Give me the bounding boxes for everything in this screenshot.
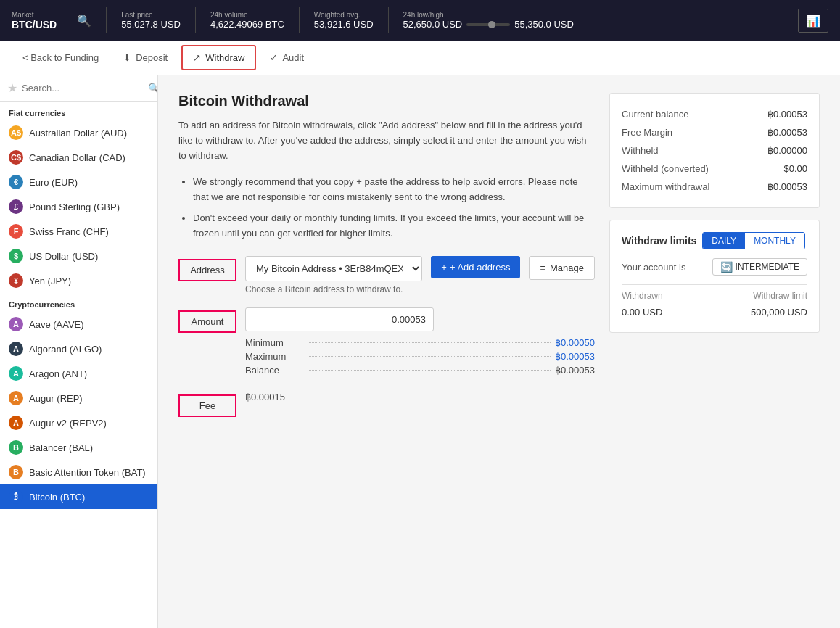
- divider: [195, 7, 196, 33]
- currency-icon: €: [9, 175, 23, 189]
- audit-icon: ✓: [270, 52, 278, 63]
- deposit-icon: ⬇: [123, 52, 131, 63]
- minimum-value: ฿0.00050: [555, 337, 595, 348]
- currency-icon: C$: [9, 150, 23, 165]
- withdraw-limit-value: 500,000 USD: [751, 307, 807, 318]
- crypto-list: AAave (AAVE)AAlgorand (ALGO)AAragon (ANT…: [0, 312, 157, 509]
- sidebar-item-crypto[interactable]: AAugur (REP): [0, 386, 157, 410]
- current-balance-row: Current balance ฿0.00053: [622, 105, 807, 123]
- sidebar-item-fiat[interactable]: €Euro (EUR): [0, 170, 157, 194]
- currency-icon: ¥: [9, 273, 23, 288]
- volume-value: 4,622.49069 BTC: [210, 19, 284, 30]
- volume-label: 24h volume: [210, 11, 284, 19]
- list-icon: ≡: [540, 263, 545, 273]
- balance-card: Current balance ฿0.00053 Free Margin ฿0.…: [609, 93, 820, 208]
- tab-daily[interactable]: DAILY: [703, 233, 745, 249]
- sidebar-item-fiat[interactable]: ¥Yen (JPY): [0, 268, 157, 293]
- description-text: To add an address for Bitcoin withdrawal…: [178, 118, 595, 163]
- page-title: Bitcoin Withdrawal: [178, 93, 595, 110]
- navbar: < Back to Funding ⬇ Deposit ↗ Withdraw ✓…: [0, 41, 840, 75]
- sidebar: ★ 🔍 Fiat currencies A$Australian Dollar …: [0, 75, 158, 628]
- weighted-value: 53,921.6 USD: [314, 19, 374, 30]
- account-level-badge: 🔄 INTERMEDIATE: [712, 258, 807, 276]
- sidebar-item-crypto[interactable]: AAlgorand (ALGO): [0, 336, 157, 361]
- sidebar-item-fiat[interactable]: £Pound Sterling (GBP): [0, 194, 157, 219]
- amount-details: Minimum ฿0.00050 Maximum ฿0.00053 Balanc…: [245, 337, 595, 376]
- max-withdrawal-value: ฿0.00053: [767, 181, 807, 192]
- weighted-label: Weighted avg.: [314, 11, 374, 19]
- currency-icon: A: [9, 391, 23, 405]
- level-name: INTERMEDIATE: [736, 262, 799, 272]
- topbar: Market BTC/USD 🔍 Last price 55,027.8 USD…: [0, 0, 840, 41]
- sidebar-search-bar[interactable]: ★ 🔍: [0, 75, 157, 102]
- content-area: Bitcoin Withdrawal To add an address for…: [158, 75, 840, 628]
- currency-icon: F: [9, 224, 23, 239]
- search-input[interactable]: [22, 83, 144, 94]
- limits-table-row: 0.00 USD 500,000 USD: [622, 304, 807, 321]
- divider: [106, 7, 107, 33]
- sidebar-item-crypto[interactable]: ₿Bitcoin (BTC): [0, 484, 157, 509]
- back-to-funding-button[interactable]: < Back to Funding: [12, 46, 110, 70]
- free-margin-label: Free Margin: [622, 127, 672, 138]
- limits-table-header: Withdrawn Withdraw limit: [622, 284, 807, 301]
- currency-icon: B: [9, 440, 23, 455]
- limits-card: Withdraw limits DAILY MONTHLY Your accou…: [609, 220, 820, 333]
- fiat-section-label: Fiat currencies: [0, 102, 157, 120]
- balance-row: Balance ฿0.00053: [245, 365, 595, 376]
- chart-button[interactable]: 📊: [798, 9, 828, 33]
- currency-icon: A: [9, 317, 23, 331]
- bullet-item: Don't exceed your daily or monthly fundi…: [193, 211, 595, 241]
- sidebar-item-fiat[interactable]: C$Canadian Dollar (CAD): [0, 145, 157, 170]
- range-track: [466, 23, 510, 26]
- limits-title: Withdraw limits: [622, 235, 696, 247]
- high-value: 55,350.0 USD: [514, 19, 574, 30]
- fee-value: ฿0.00015: [245, 392, 285, 402]
- sidebar-item-crypto[interactable]: AAugur v2 (REPV2): [0, 410, 157, 435]
- amount-input[interactable]: [245, 307, 434, 331]
- search-icon[interactable]: 🔍: [148, 83, 158, 94]
- star-icon[interactable]: ★: [7, 81, 17, 95]
- manage-button[interactable]: ≡ Manage: [529, 256, 595, 280]
- audit-button[interactable]: ✓ Audit: [259, 46, 315, 70]
- amount-control: Minimum ฿0.00050 Maximum ฿0.00053 Balanc…: [245, 307, 595, 379]
- limits-tab-group[interactable]: DAILY MONTHLY: [702, 232, 805, 249]
- maximum-label: Maximum: [245, 351, 303, 362]
- maximum-row: Maximum ฿0.00053: [245, 351, 595, 362]
- withheld-converted-row: Withheld (converted) $0.00: [622, 160, 807, 178]
- fee-control: ฿0.00015: [245, 392, 595, 402]
- sidebar-item-crypto[interactable]: AAave (AAVE): [0, 312, 157, 336]
- tab-monthly[interactable]: MONTHLY: [745, 233, 804, 249]
- current-balance-value: ฿0.00053: [767, 109, 807, 120]
- sidebar-item-crypto[interactable]: BBalancer (BAL): [0, 435, 157, 460]
- balance-value: ฿0.00053: [555, 365, 595, 376]
- level-icon: 🔄: [720, 261, 733, 273]
- minimum-label: Minimum: [245, 337, 303, 348]
- crypto-section-label: Cryptocurrencies: [0, 293, 157, 312]
- withdraw-icon: ↗: [193, 52, 201, 63]
- address-hint: Choose a Bitcoin address to withdraw to.: [245, 284, 595, 294]
- right-panel: Current balance ฿0.00053 Free Margin ฿0.…: [609, 93, 820, 611]
- search-icon[interactable]: 🔍: [77, 14, 91, 28]
- withdraw-button[interactable]: ↗ Withdraw: [181, 45, 256, 70]
- withheld-converted-label: Withheld (converted): [622, 163, 709, 174]
- sidebar-item-fiat[interactable]: A$Australian Dollar (AUD): [0, 120, 157, 145]
- low-high: 24h low/high 52,650.0 USD 55,350.0 USD: [403, 11, 574, 30]
- bullet-item: We strongly recommend that you copy + pa…: [193, 175, 595, 205]
- add-address-button[interactable]: + + Add address: [431, 256, 520, 278]
- sidebar-item-fiat[interactable]: FSwiss Franc (CHF): [0, 219, 157, 244]
- max-withdrawal-row: Maximum withdrawal ฿0.00053: [622, 178, 807, 196]
- sidebar-item-crypto[interactable]: BBasic Attention Token (BAT): [0, 460, 157, 484]
- currency-icon: $: [9, 249, 23, 263]
- market-pair: BTC/USD: [12, 19, 57, 30]
- fee-label: Fee: [178, 394, 236, 417]
- address-form-row: Address My Bitcoin Address • 3ErB84mQEXu…: [178, 256, 595, 294]
- lowhigh-label: 24h low/high: [403, 11, 574, 19]
- deposit-button[interactable]: ⬇ Deposit: [112, 46, 178, 70]
- sidebar-item-crypto[interactable]: AAragon (ANT): [0, 361, 157, 386]
- address-select[interactable]: My Bitcoin Address • 3ErB84mQEXuKoBU6LBZ…: [245, 256, 422, 281]
- sidebar-item-fiat[interactable]: $US Dollar (USD): [0, 244, 157, 268]
- currency-icon: A: [9, 366, 23, 381]
- withdrawn-value: 0.00 USD: [622, 307, 662, 318]
- maximum-value: ฿0.00053: [555, 351, 595, 362]
- volume: 24h volume 4,622.49069 BTC: [210, 11, 284, 30]
